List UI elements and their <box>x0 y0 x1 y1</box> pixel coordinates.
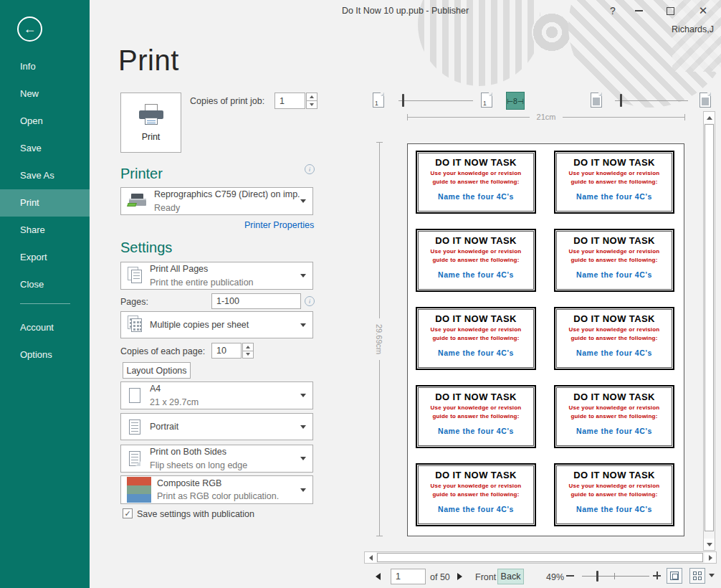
scroll-up-icon <box>707 116 712 120</box>
single-page-view-icon[interactable]: 1 <box>373 93 384 108</box>
paper-size-icon <box>127 388 150 403</box>
paper-size-select[interactable]: A4 21 x 29.7cm <box>120 381 313 409</box>
both-sides-icon <box>127 451 150 466</box>
copies-of-print-job-spinner <box>306 93 317 109</box>
previous-page-button[interactable] <box>376 573 381 580</box>
pages-input[interactable] <box>211 293 301 309</box>
print-button[interactable]: Print <box>120 93 181 153</box>
card-question: Name the four 4C's <box>417 192 535 201</box>
maximize-icon <box>667 7 674 15</box>
sidebar-item-save[interactable]: Save <box>0 135 90 162</box>
help-icon: ? <box>610 5 616 16</box>
sidebar-item-options[interactable]: Options <box>0 341 90 369</box>
back-button[interactable]: ← <box>17 16 42 42</box>
back-toggle[interactable]: Back <box>497 569 524 584</box>
sidebar-item-save-as[interactable]: Save As <box>0 162 90 189</box>
spin-up-button[interactable] <box>306 93 317 101</box>
sidebar-item-new[interactable]: New <box>0 80 90 108</box>
print-range-select[interactable]: Print All Pages Print the entire publica… <box>120 262 313 290</box>
pages-per-sheet-badge[interactable]: ⊢8⊣ <box>506 92 525 110</box>
transparency-slider-handle[interactable] <box>620 94 622 107</box>
save-settings-checkbox[interactable]: ✓ <box>123 508 133 518</box>
duplex-select[interactable]: Print on Both Sides Flip sheets on long … <box>120 445 313 473</box>
preview-vertical-scrollbar[interactable] <box>703 111 715 551</box>
publisher-print-backstage: Do It Now 10 up.pub - Publisher ? ✕ Rich… <box>0 0 721 588</box>
zoom-in-button[interactable] <box>653 572 661 579</box>
spin-down-icon <box>310 103 314 106</box>
scroll-left-button[interactable] <box>365 552 376 563</box>
chevron-down-icon <box>300 425 306 429</box>
maximize-button[interactable] <box>659 3 681 19</box>
scroll-down-icon <box>707 543 712 546</box>
task-card: DO IT NOW TASK Use your knowledge or rev… <box>554 463 674 526</box>
layout-options-button[interactable]: Layout Options <box>123 362 191 379</box>
printer-properties-link[interactable]: Printer Properties <box>244 220 314 230</box>
card-question: Name the four 4C's <box>555 192 673 201</box>
sidebar-item-open[interactable]: Open <box>0 108 90 135</box>
portrait-icon <box>127 419 150 435</box>
card-question: Name the four 4C's <box>417 427 535 435</box>
sidebar-divider <box>20 303 70 304</box>
current-page-input[interactable] <box>391 569 426 584</box>
chevron-down-icon <box>300 488 306 492</box>
spin-down-button[interactable] <box>306 101 317 109</box>
close-button[interactable]: ✕ <box>692 3 714 19</box>
sidebar-item-account[interactable]: Account <box>0 314 90 341</box>
view-multiple-sheets-button[interactable] <box>689 568 705 584</box>
sheet-view-dropdown-caret[interactable] <box>709 574 715 577</box>
spin-down-icon <box>246 353 250 356</box>
composite-rgb-icon <box>127 477 157 503</box>
pages-info-icon[interactable]: i <box>305 296 315 306</box>
multi-page-view-icon[interactable]: 1 <box>481 93 492 108</box>
sidebar-menu: Info New Open Save Save As Print Share E… <box>0 53 90 369</box>
fit-to-page-button[interactable] <box>667 568 682 584</box>
task-card: DO IT NOW TASK Use your knowledge or rev… <box>416 229 536 292</box>
opaque-view-icon[interactable] <box>591 93 602 108</box>
card-instructions: Use your knowledge or revision guide to … <box>417 169 535 186</box>
zoom-out-button[interactable] <box>566 575 574 577</box>
spin-up-button[interactable] <box>242 343 254 351</box>
scroll-right-button[interactable] <box>705 552 716 563</box>
horizontal-scroll-thumb[interactable] <box>377 553 703 562</box>
signed-in-user: Richards,J <box>672 24 714 34</box>
help-button[interactable]: ? <box>602 3 624 19</box>
card-instructions: Use your knowledge or revision guide to … <box>417 247 535 265</box>
duplex-title: Print on Both Sides <box>150 445 300 458</box>
card-instructions: Use your knowledge or revision guide to … <box>555 169 673 186</box>
copies-of-each-page-spinner <box>242 343 254 359</box>
transparency-slider[interactable] <box>615 93 688 108</box>
sidebar-item-export[interactable]: Export <box>0 244 90 271</box>
next-page-button[interactable] <box>457 573 462 580</box>
scroll-down-button[interactable] <box>704 539 715 550</box>
color-model-select[interactable]: Composite RGB Print as RGB color publica… <box>120 475 313 504</box>
copies-of-print-job-input[interactable] <box>274 93 305 109</box>
imposition-select[interactable]: Multiple copies per sheet <box>120 311 313 338</box>
front-toggle[interactable]: Front <box>475 572 496 582</box>
printer-info-icon[interactable]: i <box>305 164 315 174</box>
minimize-button[interactable] <box>628 3 649 19</box>
imposition-title: Multiple copies per sheet <box>150 318 300 331</box>
page-view-slider[interactable] <box>398 93 473 108</box>
copies-of-each-page-input[interactable] <box>211 343 242 359</box>
sidebar-item-close[interactable]: Close <box>0 271 90 298</box>
card-question: Name the four 4C's <box>417 270 535 279</box>
card-instructions: Use your knowledge or revision guide to … <box>417 482 535 499</box>
zoom-percentage: 49% <box>546 572 564 582</box>
vertical-scroll-thumb[interactable] <box>705 124 714 531</box>
preview-horizontal-scrollbar[interactable] <box>364 551 717 564</box>
zoom-slider[interactable] <box>582 576 649 577</box>
card-title: DO IT NOW TASK <box>417 157 535 168</box>
card-title: DO IT NOW TASK <box>555 157 673 168</box>
scroll-up-button[interactable] <box>704 112 715 123</box>
sidebar-item-print[interactable]: Print <box>0 189 90 217</box>
minimize-icon <box>635 10 643 11</box>
orientation-select[interactable]: Portrait <box>120 413 313 440</box>
sidebar-item-share[interactable]: Share <box>0 217 90 244</box>
card-instructions: Use your knowledge or revision guide to … <box>555 247 673 265</box>
printer-select[interactable]: Reprographics C759 (Direct) on imp... Re… <box>120 187 313 215</box>
transparent-view-icon[interactable] <box>699 93 711 108</box>
spin-down-button[interactable] <box>242 351 254 359</box>
page-view-slider-handle[interactable] <box>402 94 404 107</box>
zoom-slider-handle[interactable] <box>596 571 598 582</box>
sidebar-item-info[interactable]: Info <box>0 53 90 80</box>
